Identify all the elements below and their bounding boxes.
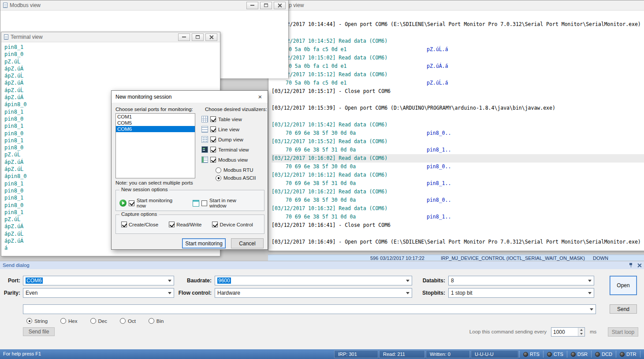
radio-button[interactable] xyxy=(216,175,221,181)
stopbits-combobox[interactable]: 1 stop bit xyxy=(448,288,594,298)
ports-listbox[interactable]: COM1COM5COM6 xyxy=(115,113,195,178)
modbus-mode-label: Modbus RTU xyxy=(223,167,253,173)
dump-line xyxy=(272,112,644,121)
dump-line-text: [03/12/2017 10:15:42] Read data (COM6) xyxy=(272,122,387,128)
visualizer-option[interactable]: Line view xyxy=(201,124,249,134)
chevron-down-icon xyxy=(588,292,592,294)
dump-line-text: 70 69 6e 38 5f 31 0d 0a xyxy=(272,146,427,154)
checkbox[interactable] xyxy=(210,147,216,152)
new-window-icon xyxy=(193,200,199,207)
terminal-line: pin8_1 xyxy=(4,44,217,51)
radio-button[interactable] xyxy=(216,167,221,173)
pin-icon[interactable] xyxy=(629,263,633,268)
flow-control-combobox[interactable]: Hardware xyxy=(215,288,412,298)
port-list-item[interactable]: COM6 xyxy=(116,126,195,132)
visualizer-option[interactable]: Table view xyxy=(201,114,249,124)
radio-button[interactable] xyxy=(149,318,154,324)
dump-line-text: 70 5a 0b fa c5 0d e1 xyxy=(272,79,427,87)
dump-line: [03/12/2017 10:15:39] - Open port COM6 (… xyxy=(272,104,644,112)
checkbox[interactable] xyxy=(210,137,216,142)
open-port-button[interactable]: Open xyxy=(610,276,637,295)
dump-line: [03/12/2017 10:16:22] Read data (COM6) xyxy=(272,188,644,196)
checkbox[interactable] xyxy=(210,116,216,122)
capture-option[interactable]: Create/Close xyxy=(121,222,158,227)
dropdown-zone[interactable] xyxy=(166,276,174,285)
document-icon xyxy=(4,34,8,40)
format-option[interactable]: Oct xyxy=(120,318,136,324)
send-data-input[interactable] xyxy=(23,304,596,314)
dialog-titlebar[interactable]: New monitoring session × xyxy=(112,91,268,103)
checkbox[interactable] xyxy=(212,222,218,227)
cancel-button[interactable]: Cancel xyxy=(231,238,264,248)
close-icon[interactable] xyxy=(637,263,641,267)
dump-view-titlebar[interactable]: Dump view xyxy=(268,0,644,11)
checkbox[interactable] xyxy=(210,126,216,132)
minimize-button[interactable] xyxy=(178,33,190,41)
port-combobox[interactable]: COM6 xyxy=(23,276,174,285)
start-loop-button[interactable]: Start loop xyxy=(608,327,638,337)
modbus-view-titlebar[interactable]: Modbus view xyxy=(0,0,288,11)
visualizer-label: Line view xyxy=(218,127,239,132)
modbus-mode-option[interactable]: Modbus ASCII xyxy=(216,174,256,182)
dump-line-text: [03/12/2017 10:16:32] Read data (COM6) xyxy=(272,205,387,211)
checkbox[interactable] xyxy=(129,200,134,206)
maximize-button[interactable] xyxy=(260,2,272,9)
format-option[interactable]: Bin xyxy=(149,318,164,324)
checkbox[interactable] xyxy=(210,157,216,163)
format-option[interactable]: Hex xyxy=(60,318,77,324)
session-option[interactable]: Start monitoring now xyxy=(119,198,183,208)
send-button[interactable]: Send xyxy=(610,304,637,314)
close-button[interactable] xyxy=(274,2,286,9)
radio-button[interactable] xyxy=(120,318,126,324)
terminal-view-titlebar[interactable]: Terminal view xyxy=(1,32,220,42)
capture-option[interactable]: Device Control xyxy=(212,222,253,227)
visualizer-option[interactable]: Terminal view xyxy=(201,144,249,155)
checkbox[interactable] xyxy=(201,200,207,206)
dump-line-text: [03/12/2017 10:16:12] Read data (COM6) xyxy=(272,172,387,178)
dump-line-ascii: pZ.úÁ.á xyxy=(427,63,448,69)
visualizer-option[interactable]: Modbus view xyxy=(201,155,249,165)
start-monitoring-button[interactable]: Start monitoring xyxy=(182,238,226,248)
dropdown-zone[interactable] xyxy=(586,289,594,297)
radio-button[interactable] xyxy=(90,318,96,324)
radio-button[interactable] xyxy=(60,318,66,324)
dropdown-zone[interactable] xyxy=(404,276,412,285)
minimize-button[interactable] xyxy=(246,2,258,9)
dialog-close-button[interactable]: × xyxy=(253,91,268,103)
capture-option[interactable]: Read/Write xyxy=(169,222,201,227)
dropdown-zone[interactable] xyxy=(166,289,174,297)
format-option[interactable]: String xyxy=(26,318,48,324)
baudrate-combobox[interactable]: 9600 xyxy=(215,276,412,285)
port-list-item[interactable]: COM1 xyxy=(116,114,195,120)
dump-line: 70 69 6e 38 5f 30 0d 0apin8_0.. xyxy=(272,129,644,137)
close-button[interactable] xyxy=(205,33,217,41)
maximize-button[interactable] xyxy=(192,33,204,41)
radio-button[interactable] xyxy=(26,318,32,324)
port-list-item[interactable]: COM5 xyxy=(116,120,195,126)
led-icon xyxy=(620,352,625,357)
send-file-button[interactable]: Send file xyxy=(23,327,55,336)
checkbox[interactable] xyxy=(169,222,175,227)
spin-up-button[interactable] xyxy=(578,328,584,332)
parity-combobox[interactable]: Even xyxy=(23,288,174,298)
format-option[interactable]: Dec xyxy=(90,318,107,324)
visualizer-option[interactable]: Dump view xyxy=(201,134,249,144)
dump-line: [03/12/2017 10:16:12] Read data (COM6) xyxy=(272,171,644,179)
dump-line: [03/12/2017 10:16:32] Read data (COM6) xyxy=(272,204,644,213)
close-icon xyxy=(209,35,214,39)
table-view-row[interactable]: 596 03/12/2017 10:17:22 IRP_MJ_DEVICE_CO… xyxy=(268,255,644,261)
loop-interval-spinner[interactable]: 1000 xyxy=(551,327,585,337)
terminal-line: pin8_0 xyxy=(4,51,217,58)
modbus-mode-option[interactable]: Modbus RTU xyxy=(216,166,256,174)
dropdown-zone[interactable] xyxy=(586,276,594,285)
dropdown-zone[interactable] xyxy=(404,289,412,297)
checkbox[interactable] xyxy=(121,222,127,227)
spin-down-button[interactable] xyxy=(578,332,584,337)
parity-label: Parity: xyxy=(2,290,20,296)
databits-combobox[interactable]: 8 xyxy=(448,276,594,285)
chevron-down-icon xyxy=(590,308,593,311)
dump-line: [03/12/2017 10:16:49] - Open port COM6 (… xyxy=(272,238,644,246)
dropdown-zone[interactable] xyxy=(588,305,596,314)
session-option[interactable]: Start in new window xyxy=(193,198,254,208)
dump-content[interactable]: [03/12/2017 10:14:44] - Open port COM6 (… xyxy=(268,11,644,250)
